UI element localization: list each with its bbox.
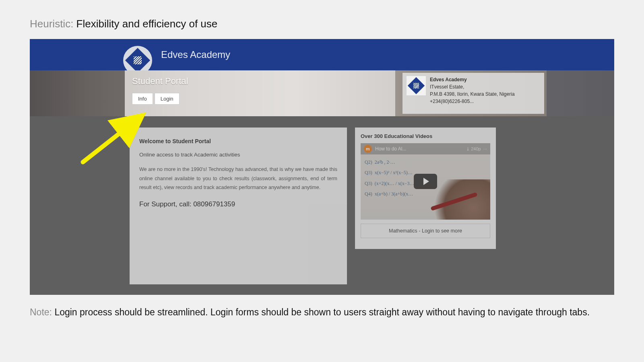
address-text: Edves Academy ITvessel Estate, P.M.B 439…: [430, 76, 515, 105]
portal-tabs: Info Login: [132, 93, 388, 105]
play-icon[interactable]: [414, 174, 437, 189]
address-card: Edves Academy ITvessel Estate, P.M.B 439…: [402, 73, 544, 114]
video-title: How to do Al...: [375, 146, 406, 152]
address-line1: ITvessel Estate,: [430, 83, 515, 90]
address-logo-icon: [407, 76, 426, 95]
welcome-body: We are no more in the 1990's! Technology…: [139, 165, 337, 192]
heuristic-value: Flexibility and efficiency of use: [76, 18, 218, 30]
support-line: For Support, call: 08096791359: [139, 200, 337, 208]
welcome-title: Welcome to Student Portal: [139, 138, 337, 144]
address-phone: +234(80)6226-805...: [430, 98, 515, 105]
welcome-subtitle: Online access to track Academic activiti…: [139, 152, 337, 158]
document-page: Heuristic: Flexibility and efficiency of…: [0, 0, 644, 327]
video-topbar: m How to do Al... ⤓ 240p ···: [361, 143, 490, 154]
content-row: Welcome to Student Portal Online access …: [130, 128, 587, 284]
videos-panel: Over 300 Educational Videos m How to do …: [355, 128, 496, 249]
heuristic-heading: Heuristic: Flexibility and efficiency of…: [30, 18, 614, 30]
videos-heading: Over 300 Educational Videos: [361, 133, 490, 139]
heuristic-label: Heuristic:: [30, 18, 76, 30]
portal-title: Student Portal: [132, 76, 388, 86]
tab-info[interactable]: Info: [132, 93, 153, 105]
video-thumbnail[interactable]: m How to do Al... ⤓ 240p ··· Q2) 2a²b , …: [361, 143, 490, 220]
video-quality: ⤓ 240p ···: [466, 146, 487, 152]
hero-bg-right: [547, 70, 614, 116]
note-label: Note:: [30, 307, 54, 317]
video-caption[interactable]: Mathematics - Login to see more: [361, 224, 490, 238]
note-body: Login process should be streamlined. Log…: [54, 307, 590, 317]
site-title: Edves Academy: [161, 49, 230, 60]
site-topbar: Edves Academy: [30, 39, 614, 70]
welcome-panel: Welcome to Student Portal Online access …: [130, 128, 347, 284]
hero-bg-left: [30, 70, 125, 116]
student-portal-panel: Student Portal Info Login: [125, 70, 395, 116]
video-math-scribbles: Q2) 2a²b , 2·… Q3) x(x−5)² / x²(x−5)… Q3…: [365, 157, 415, 200]
annotated-screenshot: Edves Academy Student Portal Info Login …: [30, 39, 614, 295]
note-text: Note: Login process should be streamline…: [30, 305, 614, 319]
hero-row: Student Portal Info Login Edves Academy …: [30, 70, 614, 116]
video-badge-icon: m: [364, 145, 372, 153]
tab-login[interactable]: Login: [155, 93, 180, 105]
address-line2: P.M.B 4398, Ilorin, Kwara State, Nigeria: [430, 90, 515, 98]
address-name: Edves Academy: [430, 76, 515, 83]
